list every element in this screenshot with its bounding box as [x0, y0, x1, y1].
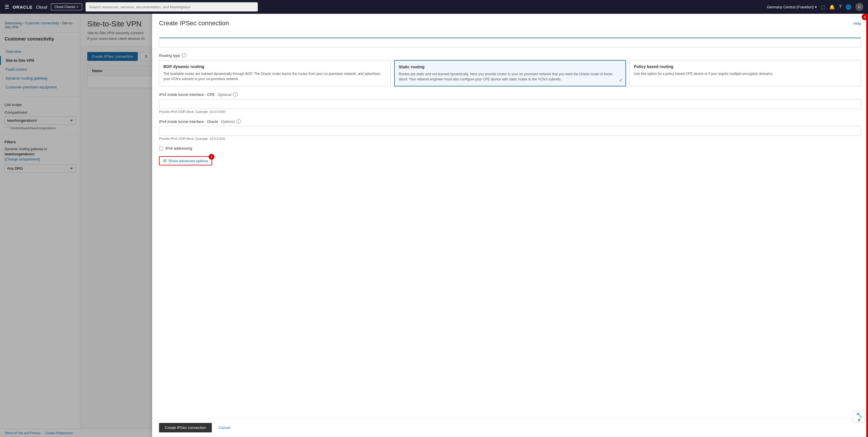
show-advanced-section: ⚙ Show advanced options 1: [159, 156, 212, 165]
show-advanced-link[interactable]: ⚙ Show advanced options 1: [159, 156, 212, 165]
cancel-button[interactable]: Cancel: [215, 423, 234, 432]
bgp-card-desc: The available routes are learned dynamic…: [163, 71, 386, 82]
show-advanced-label: Show advanced options: [168, 159, 208, 163]
ipv4-oracle-label: IPv4 inside tunnel interface - Oracle Op…: [159, 119, 861, 124]
ipv6-checkbox-row: IPv6 addressing: [159, 146, 861, 151]
modal-title: Create IPSec connection: [159, 20, 229, 27]
routing-cards: BGP dynamic routing The available routes…: [159, 60, 861, 87]
policy-card-desc: Use this option for a policy based CPE d…: [634, 71, 857, 76]
routing-type-label: Routing type i: [159, 53, 861, 58]
support-grid-icon: ⊞: [858, 418, 860, 422]
bgp-card-title: BGP dynamic routing: [163, 64, 386, 69]
cloud-classic-button[interactable]: Cloud Classic >: [51, 3, 82, 10]
cloud-text: Cloud: [36, 5, 47, 9]
top-nav: ☰ ORACLE Cloud Cloud Classic > Germany C…: [0, 0, 868, 14]
nav-right: Germany Central (Frankfurt) ▾ ⬚ 🔔 ? 🌐 U: [767, 3, 863, 11]
modal-overlay: Create IPSec connection Help Routing typ…: [0, 14, 868, 437]
modal-footer: Create IPSec connection Cancel: [152, 418, 868, 437]
support-widget[interactable]: 🔧 ⊞: [853, 411, 865, 423]
ipv4-cpe-optional: Optional: [216, 92, 231, 97]
ipv4-oracle-optional: Optional: [220, 120, 235, 124]
globe-icon[interactable]: 🌐: [846, 4, 851, 10]
advanced-icon: ⚙: [163, 158, 167, 163]
badge-1: 1: [209, 154, 214, 160]
support-icon: 🔧: [856, 412, 862, 418]
red-sidebar-indicator: [866, 14, 868, 437]
routing-card-static[interactable]: Static routing Routes are static and not…: [394, 60, 626, 87]
static-card-desc: Routes are static and not learned dynami…: [399, 71, 622, 82]
static-card-checkmark: ✓: [619, 77, 623, 83]
ipv4-cpe-label: IPv4 inside tunnel interface - CPE Optio…: [159, 92, 861, 97]
routing-type-section: Routing type i BGP dynamic routing The a…: [159, 53, 861, 87]
routing-card-bgp[interactable]: BGP dynamic routing The available routes…: [159, 60, 391, 87]
ipv4-oracle-section: IPv4 inside tunnel interface - Oracle Op…: [159, 119, 861, 141]
ipv4-oracle-input[interactable]: [159, 126, 861, 136]
ipv6-checkbox[interactable]: [159, 147, 163, 151]
ipv4-oracle-hint: Provide IPv4 CIDR block. Example: 10.0.0…: [159, 137, 861, 141]
ipv6-label: IPv6 addressing: [165, 146, 192, 151]
ipv4-cpe-hint: Provide IPv4 CIDR block. Example: 10.0.0…: [159, 110, 861, 114]
static-card-title: Static routing: [399, 65, 622, 69]
region-selector[interactable]: Germany Central (Frankfurt) ▾: [767, 5, 817, 9]
create-connection-button[interactable]: Create IPSec connection: [159, 423, 212, 432]
monitor-icon[interactable]: ⬚: [821, 4, 825, 10]
modal-panel: Create IPSec connection Help Routing typ…: [152, 14, 868, 437]
routing-type-info-icon[interactable]: i: [182, 53, 186, 58]
modal-header: Create IPSec connection Help: [152, 14, 868, 32]
ipv4-cpe-section: IPv4 inside tunnel interface - CPE Optio…: [159, 92, 861, 114]
ipv4-cpe-info-icon[interactable]: i: [233, 92, 238, 97]
modal-body: Routing type i BGP dynamic routing The a…: [152, 32, 868, 418]
routing-card-policy[interactable]: Policy based routing Use this option for…: [629, 60, 861, 87]
oracle-logo: ORACLE: [12, 5, 32, 9]
bell-icon[interactable]: 🔔: [829, 4, 835, 10]
user-avatar[interactable]: U: [856, 3, 863, 11]
top-field[interactable]: [159, 38, 861, 48]
hamburger-menu[interactable]: ☰: [5, 4, 9, 10]
modal-help-link[interactable]: Help: [854, 21, 861, 26]
top-field-section: [159, 38, 861, 48]
global-search-input[interactable]: [86, 2, 258, 11]
ipv4-oracle-info-icon[interactable]: i: [237, 119, 241, 124]
ipv4-cpe-input[interactable]: [159, 99, 861, 109]
help-icon[interactable]: ?: [839, 4, 842, 9]
badge-2: 2: [862, 14, 868, 20]
region-label: Germany Central (Frankfurt): [767, 5, 814, 9]
region-chevron: ▾: [815, 5, 817, 9]
policy-card-title: Policy based routing: [634, 64, 857, 69]
